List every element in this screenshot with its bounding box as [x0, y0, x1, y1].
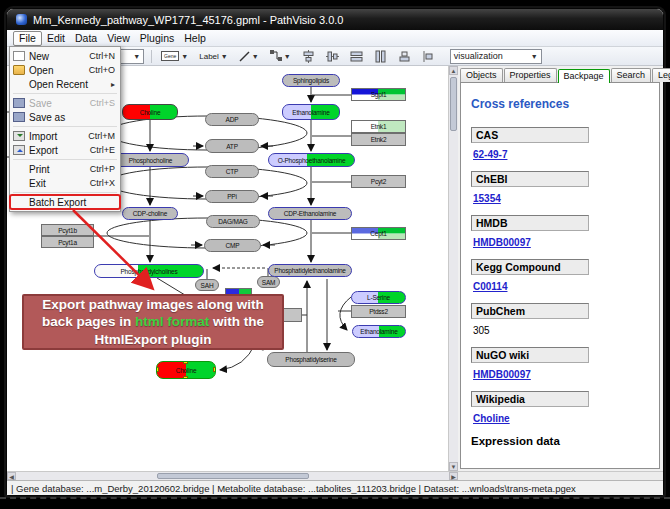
- pathway-node-etnk1[interactable]: Etnk1: [351, 120, 406, 133]
- xref-section-header: Wikipedia: [471, 391, 589, 407]
- chevron-down-icon: ▼: [181, 53, 188, 60]
- vertical-scrollbar[interactable]: ▲ ▼: [448, 66, 458, 471]
- xref-link[interactable]: 15354: [473, 193, 501, 204]
- align-center-y-button[interactable]: [324, 49, 341, 63]
- pathway-node-phosphatidylcholines[interactable]: Phosphatidylcholines: [94, 264, 204, 278]
- tab-properties[interactable]: Properties: [504, 68, 557, 82]
- pathway-node-choline[interactable]: Choline: [122, 104, 178, 120]
- menubar-item-plugins[interactable]: Plugins: [135, 32, 179, 45]
- menu-item-batch-export[interactable]: Batch Export: [10, 195, 120, 209]
- window-title: Mm_Kennedy_pathway_WP1771_45176.gpml - P…: [33, 14, 343, 26]
- xref-link[interactable]: Choline: [473, 413, 510, 424]
- xref-link[interactable]: HMDB00097: [473, 237, 531, 248]
- menu-item-save-as[interactable]: Save as: [10, 110, 120, 124]
- menu-item-new[interactable]: NewCtrl+N: [10, 49, 120, 63]
- menu-item-import[interactable]: ImportCtrl+M: [10, 129, 120, 143]
- stack-vertical-button[interactable]: [396, 49, 413, 63]
- selection-handle[interactable]: [156, 367, 159, 372]
- xref-link[interactable]: 62-49-7: [473, 149, 507, 160]
- pathway-node-etnk2[interactable]: Etnk2: [351, 133, 406, 146]
- pathway-node-ptdss2[interactable]: Ptdss2: [351, 305, 406, 318]
- menu-item-label: Print: [29, 164, 86, 175]
- scroll-up-icon[interactable]: ▲: [449, 66, 458, 75]
- selection-handle[interactable]: [183, 361, 188, 364]
- distribute-horizontal-button[interactable]: [348, 49, 365, 63]
- pathway-node-sphingolipids[interactable]: Sphingolipids: [282, 74, 340, 87]
- distribute-vertical-button[interactable]: [372, 49, 389, 63]
- pathway-node-sam[interactable]: SAM: [257, 276, 280, 288]
- pathway-node-sah[interactable]: SAH: [195, 279, 219, 291]
- menu-item-open[interactable]: OpenCtrl+O: [10, 63, 120, 77]
- pathway-node-phosphocholine[interactable]: Phosphocholine: [112, 153, 189, 167]
- add-label-button[interactable]: Label ▼: [197, 49, 230, 63]
- menu-item-shortcut: Ctrl+P: [90, 164, 115, 174]
- pathway-node-ctp[interactable]: CTP: [205, 165, 259, 178]
- line-tool-button[interactable]: ▼: [237, 49, 261, 63]
- backpage-panel[interactable]: Cross references CAS62-49-7ChEBI15354HMD…: [460, 82, 660, 469]
- pathway-node-pcyt2[interactable]: Pcyt2: [351, 175, 406, 188]
- pathway-node-choline[interactable]: Choline: [156, 361, 216, 379]
- pathway-node-cmp[interactable]: CMP: [204, 239, 261, 252]
- line-icon: [239, 51, 250, 62]
- xref-section-header: CAS: [471, 127, 589, 143]
- menubar-item-help[interactable]: Help: [179, 32, 211, 45]
- pathway-node-cept1[interactable]: Cept1: [351, 227, 406, 240]
- menu-separator: [13, 93, 117, 94]
- elbow-connector-icon: [270, 50, 282, 62]
- xref-link[interactable]: HMDB00097: [473, 369, 531, 380]
- tab-objects[interactable]: Objects: [460, 68, 503, 82]
- tab-search[interactable]: Search: [611, 68, 652, 82]
- menu-separator: [13, 192, 117, 193]
- vertical-scroll-thumb[interactable]: [450, 77, 457, 131]
- menubar-item-data[interactable]: Data: [70, 32, 102, 45]
- menu-item-spacer: [13, 178, 25, 188]
- pathway-node-phosphatidylethanolamine[interactable]: Phosphatidylethanolamine: [268, 264, 352, 277]
- menu-item-shortcut: Ctrl+O: [89, 65, 115, 75]
- xref-link[interactable]: C00114: [473, 281, 507, 292]
- pathway-node-phosphatidylserine[interactable]: Phosphatidylserine: [267, 352, 355, 367]
- selection-handle[interactable]: [183, 376, 188, 379]
- expression-data-heading: Expression data: [471, 435, 649, 447]
- new-document-icon: [13, 51, 25, 61]
- menu-item-print[interactable]: PrintCtrl+P: [10, 162, 120, 176]
- visualization-combobox[interactable]: visualization ▼: [450, 49, 542, 64]
- pathway-node-pcyt1b[interactable]: Pcyt1b: [41, 224, 94, 236]
- pathway-node-l-serine[interactable]: L-Serine: [351, 291, 406, 304]
- horizontal-scrollbar[interactable]: ◀ ▶: [7, 471, 458, 480]
- connector-tool-button[interactable]: ▼: [268, 49, 293, 63]
- menu-item-shortcut: Ctrl+E: [90, 145, 115, 155]
- stack-horizontal-button[interactable]: [420, 49, 437, 63]
- scroll-down-icon[interactable]: ▼: [449, 462, 458, 471]
- menubar-item-edit[interactable]: Edit: [42, 32, 70, 45]
- pathway-node-ethanolamine[interactable]: Ethanolamine: [352, 325, 406, 338]
- title-bar[interactable]: Mm_Kennedy_pathway_WP1771_45176.gpml - P…: [7, 9, 663, 30]
- pathway-node-sgpl1[interactable]: Sgpl1: [351, 88, 406, 101]
- menubar-item-file[interactable]: File: [13, 31, 42, 46]
- tab-backpage[interactable]: Backpage: [558, 69, 610, 83]
- align-center-x-button[interactable]: [300, 49, 317, 63]
- pathway-node-cdp-ethanolamine[interactable]: CDP-Ethanolamine: [268, 207, 352, 220]
- pathway-node-cdp-choline[interactable]: CDP-choline: [122, 207, 178, 220]
- menu-item-open-recent[interactable]: Open Recent▸: [10, 77, 120, 91]
- pathway-node[interactable]: [282, 308, 302, 322]
- pathway-node-pcyt1a[interactable]: Pcyt1a: [41, 236, 94, 248]
- pathway-node-ethanolamine[interactable]: Ethanolamine: [282, 104, 340, 120]
- menu-item-shortcut: Ctrl+S: [90, 98, 115, 108]
- pathway-node-o-phosphoethanolamine[interactable]: O-Phosphoethanolamine: [268, 153, 355, 167]
- menubar-item-view[interactable]: View: [102, 32, 135, 45]
- menu-separator: [13, 159, 117, 160]
- menu-item-export[interactable]: ExportCtrl+E: [10, 143, 120, 157]
- scroll-left-icon[interactable]: ◀: [7, 472, 16, 480]
- pathway-node-atp[interactable]: ATP: [205, 139, 259, 153]
- horizontal-scroll-thumb[interactable]: [157, 473, 309, 479]
- chevron-down-icon: ▼: [252, 53, 259, 60]
- add-datanode-button[interactable]: Gene ▼: [159, 49, 190, 63]
- screenshot-border-artifact: [0, 497, 670, 499]
- pathway-node-ppi[interactable]: PPi: [205, 190, 259, 203]
- pathway-node-dag-mag[interactable]: DAG/MAG: [206, 215, 260, 228]
- selection-handle[interactable]: [213, 367, 216, 372]
- menu-item-exit[interactable]: ExitCtrl+X: [10, 176, 120, 190]
- scroll-right-icon[interactable]: ▶: [449, 472, 458, 480]
- pathway-node-adp[interactable]: ADP: [205, 113, 259, 126]
- tab-legend[interactable]: Legend: [652, 68, 670, 82]
